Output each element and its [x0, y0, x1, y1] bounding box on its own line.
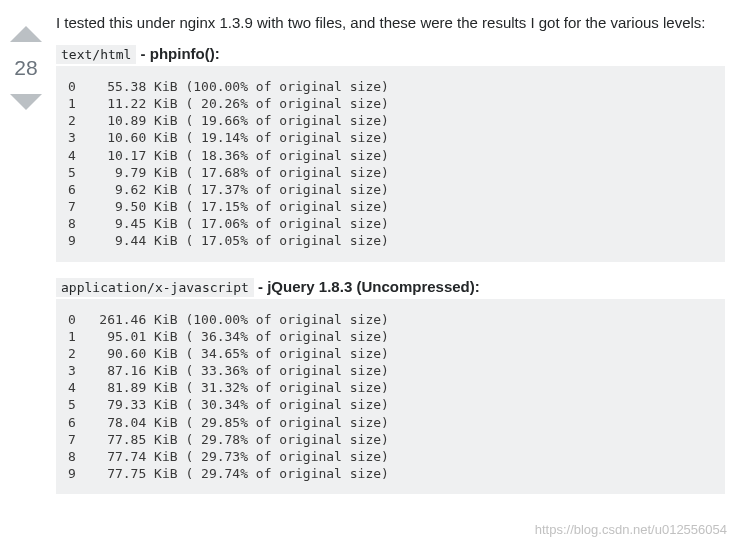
section1-header: text/html - phpinfo():	[56, 45, 725, 62]
upvote-icon	[8, 16, 44, 52]
post-body: I tested this under nginx 1.3.9 with two…	[48, 8, 733, 510]
vote-count: 28	[14, 52, 37, 84]
vote-column: 28	[4, 8, 48, 510]
section1-label: - phpinfo():	[136, 45, 219, 62]
section2-label: - jQuery 1.8.3 (Uncompressed):	[254, 278, 480, 295]
watermark: https://blog.csdn.net/u012556054	[535, 522, 727, 537]
downvote-icon	[8, 84, 44, 120]
downvote-button[interactable]	[8, 84, 44, 120]
upvote-button[interactable]	[8, 16, 44, 52]
section2-header: application/x-javascript - jQuery 1.8.3 …	[56, 278, 725, 295]
codeblock-1: 0 55.38 KiB (100.00% of original size) 1…	[56, 66, 725, 262]
intro-text: I tested this under nginx 1.3.9 with two…	[56, 14, 725, 31]
mime-label-2: application/x-javascript	[56, 278, 254, 297]
answer-post: 28 I tested this under nginx 1.3.9 with …	[0, 0, 737, 518]
mime-label-1: text/html	[56, 45, 136, 64]
codeblock-2: 0 261.46 KiB (100.00% of original size) …	[56, 299, 725, 495]
